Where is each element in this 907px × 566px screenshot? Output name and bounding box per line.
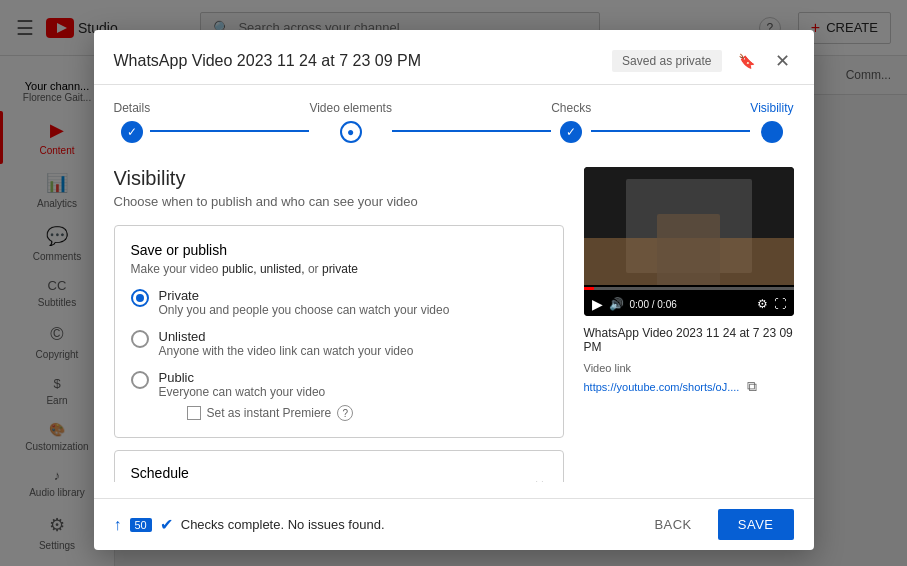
- radio-unlisted[interactable]: [131, 330, 149, 348]
- back-button[interactable]: BACK: [638, 509, 707, 540]
- progress-bar[interactable]: [584, 287, 794, 290]
- unlisted-label: Unlisted: [159, 329, 414, 344]
- footer-left: ↑ 50 ✔ Checks complete. No issues found.: [114, 515, 385, 534]
- video-thumbnail: ▶ 🔊 0:00 / 0:06 ⚙ ⛶: [584, 167, 794, 316]
- fullscreen-icon[interactable]: ⛶: [774, 297, 786, 311]
- publish-box-subtitle: Make your video public, unlisted, or pri…: [131, 262, 547, 276]
- step-video-elements: Video elements ●: [309, 101, 392, 143]
- play-button[interactable]: ▶: [592, 296, 603, 312]
- step-circle-details: ✓: [121, 121, 143, 143]
- section-title: Visibility: [114, 167, 564, 190]
- step-label-details: Details: [114, 101, 151, 115]
- step-circle-visibility: [761, 121, 783, 143]
- radio-private[interactable]: [131, 289, 149, 307]
- publish-box-title: Save or publish: [131, 242, 547, 258]
- radio-option-private: Private Only you and people you choose c…: [131, 288, 547, 317]
- dialog-header-right: Saved as private 🔖 ✕: [612, 46, 793, 76]
- instant-premiere-row: Set as instant Premiere ?: [187, 405, 354, 421]
- footer-status-text: Checks complete. No issues found.: [181, 517, 385, 532]
- save-button[interactable]: SAVE: [718, 509, 794, 540]
- unlisted-desc: Anyone with the video link can watch you…: [159, 344, 414, 358]
- public-option-text: Public Everyone can watch your video Set…: [159, 370, 354, 421]
- schedule-title: Schedule: [131, 465, 344, 481]
- instant-premiere-checkbox[interactable]: [187, 406, 201, 420]
- instant-premiere-label: Set as instant Premiere: [207, 406, 332, 420]
- public-label: Public: [159, 370, 354, 385]
- dialog-title: WhatsApp Video 2023 11 24 at 7 23 09 PM: [114, 52, 421, 70]
- saved-badge: Saved as private: [612, 50, 721, 72]
- step-circle-video: ●: [340, 121, 362, 143]
- dialog: WhatsApp Video 2023 11 24 at 7 23 09 PM …: [94, 30, 814, 550]
- radio-option-public: Public Everyone can watch your video Set…: [131, 370, 547, 421]
- dialog-body: Visibility Choose when to publish and wh…: [94, 151, 814, 498]
- stepper: Details ✓ Video elements ● Checks ✓ Visi…: [94, 85, 814, 151]
- step-circle-checks: ✓: [560, 121, 582, 143]
- bookmark-button[interactable]: 🔖: [734, 49, 759, 73]
- video-info-title: WhatsApp Video 2023 11 24 at 7 23 09 PM: [584, 326, 794, 354]
- private-desc: Only you and people you choose can watch…: [159, 303, 450, 317]
- progress-fill: [584, 287, 595, 290]
- step-line-3: [591, 130, 750, 132]
- modal-overlay: WhatsApp Video 2023 11 24 at 7 23 09 PM …: [0, 0, 907, 566]
- video-controls: ▶ 🔊 0:00 / 0:06 ⚙ ⛶: [584, 292, 794, 316]
- schedule-text: Schedule Select a date to make your vide…: [131, 465, 344, 482]
- step-line-2: [392, 130, 551, 132]
- step-label-visibility: Visibility: [750, 101, 793, 115]
- dialog-right-panel: ▶ 🔊 0:00 / 0:06 ⚙ ⛶ WhatsApp Video 2023 …: [584, 167, 794, 482]
- video-link-url[interactable]: https://youtube.com/shorts/oJ....: [584, 381, 740, 393]
- close-button[interactable]: ✕: [771, 46, 794, 76]
- radio-public[interactable]: [131, 371, 149, 389]
- close-icon: ✕: [775, 51, 790, 71]
- dialog-header: WhatsApp Video 2023 11 24 at 7 23 09 PM …: [94, 30, 814, 85]
- private-label: Private: [159, 288, 450, 303]
- instant-premiere-help[interactable]: ?: [337, 405, 353, 421]
- public-desc: Everyone can watch your video: [159, 385, 354, 399]
- step-checks: Checks ✓: [551, 101, 591, 143]
- video-settings-icon[interactable]: ⚙: [757, 297, 768, 311]
- private-option-text: Private Only you and people you choose c…: [159, 288, 450, 317]
- radio-option-unlisted: Unlisted Anyone with the video link can …: [131, 329, 547, 358]
- footer-right: BACK SAVE: [638, 509, 793, 540]
- copy-link-button[interactable]: ⧉: [745, 376, 759, 397]
- dialog-left-panel: Visibility Choose when to publish and wh…: [114, 167, 564, 482]
- upload-icon: ↑: [114, 516, 122, 534]
- copy-icon: ⧉: [747, 378, 757, 394]
- volume-button[interactable]: 🔊: [609, 297, 624, 311]
- step-visibility: Visibility: [750, 101, 793, 143]
- schedule-box[interactable]: Schedule Select a date to make your vide…: [114, 450, 564, 482]
- step-label-checks: Checks: [551, 101, 591, 115]
- step-line-1: [150, 130, 309, 132]
- video-link-row: https://youtube.com/shorts/oJ.... ⧉: [584, 376, 794, 397]
- chevron-down-icon: ⌄: [532, 469, 547, 482]
- unlisted-option-text: Unlisted Anyone with the video link can …: [159, 329, 414, 358]
- publish-box: Save or publish Make your video public, …: [114, 225, 564, 438]
- playback-time: 0:00 / 0:06: [630, 299, 751, 310]
- step-details: Details ✓: [114, 101, 151, 143]
- section-subtitle: Choose when to publish and who can see y…: [114, 194, 564, 209]
- dialog-footer: ↑ 50 ✔ Checks complete. No issues found.…: [94, 498, 814, 550]
- check-circle-icon: ✔: [160, 515, 173, 534]
- schedule-desc: Select a date to make your video public.: [131, 481, 344, 482]
- issues-count-badge: 50: [130, 518, 152, 532]
- video-link-label: Video link: [584, 362, 794, 374]
- video-scene: [584, 167, 794, 285]
- step-label-video: Video elements: [309, 101, 392, 115]
- bookmark-icon: 🔖: [738, 53, 755, 69]
